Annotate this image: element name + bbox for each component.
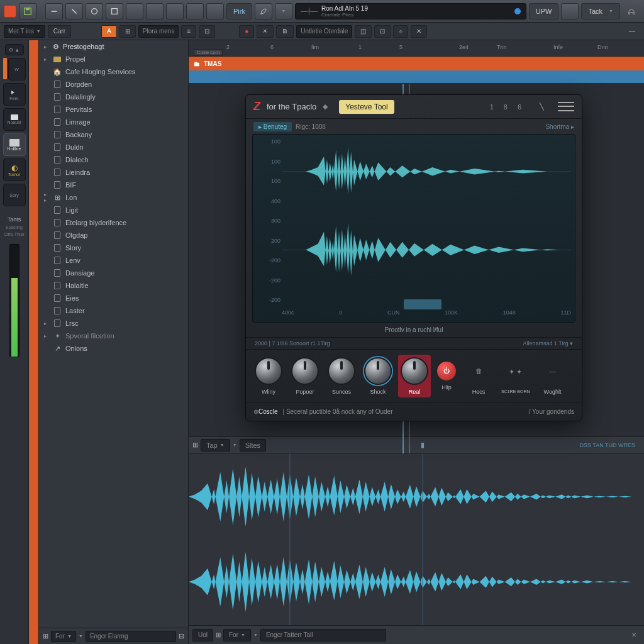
- save-icon[interactable]: [19, 3, 36, 19]
- rail-btn-4[interactable]: Hotllne: [3, 133, 26, 156]
- status-uol[interactable]: Uol: [192, 629, 213, 641]
- plugin-sub-right[interactable]: Shortma ▸: [545, 123, 574, 130]
- chevron-down-icon[interactable]: ▼: [253, 633, 258, 637]
- browser-item[interactable]: ▸ ▸⊞I.on: [39, 191, 188, 204]
- status-close-icon[interactable]: ✕: [631, 631, 636, 638]
- plugin-header[interactable]: Z for the Tpaclo ◆ Yesteve Tool 1 8 6 ╲: [246, 95, 582, 119]
- knob-sunces[interactable]: Sunces: [328, 357, 355, 395]
- plugin-sub-pill[interactable]: ▸ Benuteg: [253, 122, 292, 131]
- plugin-chevron-icon[interactable]: ◆: [323, 103, 328, 111]
- bottom-icon-1[interactable]: ⊞: [192, 441, 198, 449]
- sec-icon-c[interactable]: ⟐: [393, 25, 408, 38]
- tool-btn-8[interactable]: [186, 3, 204, 19]
- browser-item[interactable]: ↗Onlons: [39, 342, 188, 355]
- knob-woghlt[interactable]: —Woghlt: [539, 357, 567, 395]
- tool-btn-4[interactable]: [106, 3, 123, 19]
- met-field[interactable]: Met T ins ▼: [4, 25, 45, 38]
- tool-btn-1[interactable]: [45, 3, 63, 19]
- tool-btn-7[interactable]: [166, 3, 184, 19]
- knob-hlip[interactable]: ⏻Hlip: [437, 362, 456, 391]
- plugin-pencil-icon[interactable]: ╲: [540, 103, 544, 111]
- browser-item[interactable]: Etelarg biyderifence: [39, 216, 188, 229]
- tool-btn-6[interactable]: [146, 3, 164, 19]
- browser-header[interactable]: ▸⚙ Prestogehagt: [39, 40, 188, 53]
- dropdown-icon[interactable]: ▼: [275, 3, 292, 19]
- timeline-ruler[interactable]: 2 6 fim 1 5 2e4 Trin Infe Drin Coire com: [189, 40, 644, 57]
- tool-btn-5[interactable]: [126, 3, 143, 19]
- rail-btn-2[interactable]: Fern: [3, 83, 26, 106]
- tool-btn-3[interactable]: [86, 3, 103, 19]
- plugin-num-3[interactable]: 6: [514, 102, 525, 112]
- sec-small-1[interactable]: ≡: [181, 25, 196, 38]
- knob-hecs[interactable]: 🗑Hecs: [465, 357, 492, 395]
- minimize-icon[interactable]: —: [624, 25, 640, 38]
- sec-orange-btn[interactable]: A: [101, 25, 117, 38]
- sec-icon-a[interactable]: ◫: [355, 25, 372, 38]
- tool-btn-9[interactable]: [206, 3, 224, 19]
- browser-item[interactable]: Ligit: [39, 204, 188, 216]
- sec-pref[interactable]: Carr: [48, 25, 71, 38]
- close-icon[interactable]: [4, 5, 16, 18]
- bottom-playhead-marker[interactable]: ▮: [421, 441, 425, 449]
- browser-item[interactable]: Pervitals: [39, 103, 188, 116]
- status-icon[interactable]: ⊞: [216, 631, 221, 638]
- plugin-num-2[interactable]: 8: [501, 102, 511, 112]
- knob-scire[interactable]: ✦ ✦SC1RE BORN: [501, 358, 530, 394]
- browser-item[interactable]: Slory: [39, 242, 188, 254]
- bottom-tap-field[interactable]: Tap ▼: [201, 439, 230, 452]
- footer-icon-right[interactable]: ⊟: [179, 632, 184, 640]
- browser-item[interactable]: Dansiage: [39, 267, 188, 279]
- sec-icon-d[interactable]: ✕: [411, 25, 427, 38]
- sec-pref-field[interactable]: Plora mens: [138, 25, 179, 38]
- track-area[interactable]: 🖿TMAS Z for the Tpaclo ◆ Yesteve Tool 1 …: [189, 57, 644, 436]
- plugin-tool-badge[interactable]: Yesteve Tool: [339, 100, 394, 114]
- project-name-field[interactable]: Untletie Oterdale: [296, 25, 352, 38]
- browser-item[interactable]: Olgdap: [39, 229, 188, 242]
- knob-shock[interactable]: Shock: [364, 357, 392, 395]
- browser-item[interactable]: Halaitie: [39, 279, 188, 292]
- footer-for-field[interactable]: For ▼: [51, 631, 76, 642]
- rail-btn-0[interactable]: ⚙ ▲: [5, 44, 24, 55]
- footer-icon[interactable]: ⊞: [43, 632, 48, 640]
- plugin-footer-coscle[interactable]: Coscle: [258, 408, 278, 415]
- rail-btn-1[interactable]: W: [8, 58, 26, 80]
- sec-star-icon[interactable]: ☀: [257, 25, 274, 38]
- chevron-down-icon[interactable]: ▼: [233, 443, 237, 447]
- coire-tag[interactable]: Coire com: [194, 49, 223, 56]
- headphones-icon[interactable]: [623, 3, 640, 19]
- tempo-display[interactable]: —┼— Ron Adl Aln 5 19 Cmerate Pires: [295, 3, 526, 19]
- chevron-down-icon[interactable]: ▼: [79, 634, 83, 638]
- rail-btn-6[interactable]: Sory: [3, 184, 26, 206]
- plugin-footer-icon[interactable]: ⊕: [253, 408, 258, 415]
- bottom-slices-field[interactable]: Sltes: [240, 439, 266, 452]
- browser-item[interactable]: Dialech: [39, 153, 188, 166]
- track-header[interactable]: 🖿TMAS: [189, 57, 644, 70]
- status-enger[interactable]: Engcr Tatterr Tall: [260, 629, 386, 641]
- sec-icon-btn[interactable]: ⊞: [119, 25, 136, 38]
- browser-item[interactable]: ▸✦Spvoral filcetion: [39, 330, 188, 342]
- track-clip[interactable]: [189, 70, 644, 83]
- footer-enger-field[interactable]: Engcr Elarmg: [86, 631, 176, 642]
- browser-item[interactable]: Laster: [39, 304, 188, 317]
- browser-item[interactable]: ▸Lrsc: [39, 317, 188, 330]
- pink-pill[interactable]: Pirk: [226, 3, 252, 19]
- browser-item[interactable]: Duldn: [39, 141, 188, 153]
- sec-icon-b[interactable]: ⊡: [374, 25, 391, 38]
- browser-item[interactable]: Lenv: [39, 254, 188, 267]
- browser-item[interactable]: Lieindra: [39, 166, 188, 179]
- browser-item[interactable]: ▸Propel: [39, 53, 188, 65]
- plugin-footer-right[interactable]: / Your gondends: [529, 408, 574, 415]
- rail-btn-3[interactable]: Noauld: [3, 108, 26, 131]
- bottom-waveform[interactable]: [189, 453, 644, 625]
- browser-item[interactable]: BIF: [39, 179, 188, 191]
- knob-info-right[interactable]: Allenamsad 1 Tirg ▾: [523, 340, 573, 347]
- upw-button[interactable]: UPW: [529, 3, 559, 19]
- status-for[interactable]: For ▼: [223, 629, 251, 641]
- knob-wliny[interactable]: Wliny: [255, 357, 282, 395]
- plugin-wave-area[interactable]: 100100100400300200-200-200-200 400c0CUN1…: [252, 134, 575, 323]
- knob-popoer[interactable]: Popoer: [291, 357, 319, 395]
- tool-btn-2[interactable]: [65, 3, 83, 19]
- knob-real[interactable]: Real: [398, 355, 431, 397]
- browser-item[interactable]: Backany: [39, 128, 188, 141]
- rail-btn-5[interactable]: ◐Tomor: [3, 158, 26, 181]
